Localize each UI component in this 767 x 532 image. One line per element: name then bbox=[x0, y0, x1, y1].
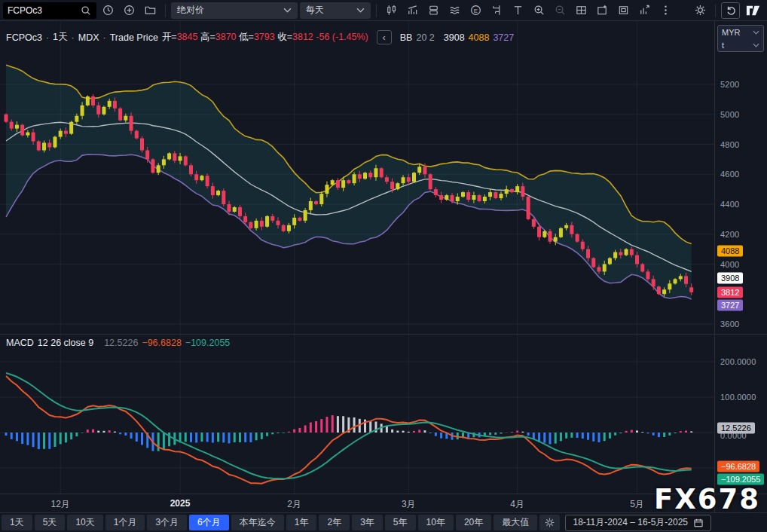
range-button-20年[interactable]: 20年 bbox=[456, 515, 491, 530]
candle-body[interactable] bbox=[353, 174, 356, 183]
candle-body[interactable] bbox=[298, 218, 301, 221]
more-options-button[interactable] bbox=[656, 2, 675, 19]
candle-body[interactable] bbox=[488, 192, 492, 197]
candle-body[interactable] bbox=[625, 249, 628, 255]
candle-body[interactable] bbox=[478, 195, 481, 201]
candle-body[interactable] bbox=[118, 109, 122, 121]
candle-body[interactable] bbox=[145, 150, 149, 159]
multi-layout-button[interactable] bbox=[593, 2, 612, 19]
candle-body[interactable] bbox=[91, 96, 95, 105]
candle-body[interactable] bbox=[581, 242, 585, 249]
candle-body[interactable] bbox=[277, 221, 280, 225]
object-tree-button[interactable] bbox=[424, 2, 443, 19]
range-settings-button[interactable] bbox=[539, 515, 560, 530]
add-symbol-button[interactable] bbox=[120, 2, 139, 19]
candle-body[interactable] bbox=[260, 221, 264, 227]
candle-body[interactable] bbox=[233, 207, 237, 212]
candle-body[interactable] bbox=[358, 174, 362, 179]
candle-body[interactable] bbox=[679, 276, 683, 279]
range-button-5年[interactable]: 5年 bbox=[385, 515, 416, 530]
candle-body[interactable] bbox=[603, 264, 607, 272]
candle-body[interactable] bbox=[363, 173, 367, 179]
tradingview-logo[interactable] bbox=[744, 2, 762, 19]
candle-body[interactable] bbox=[445, 195, 448, 200]
candle-body[interactable] bbox=[407, 177, 411, 182]
range-button-6个月[interactable]: 6个月 bbox=[189, 515, 229, 530]
pane-divider[interactable] bbox=[0, 334, 767, 335]
text-tool-button[interactable] bbox=[509, 2, 527, 19]
candle-body[interactable] bbox=[228, 204, 231, 212]
candle-body[interactable] bbox=[542, 231, 546, 237]
legend-collapse-button[interactable]: ‹ bbox=[377, 30, 392, 44]
candle-body[interactable] bbox=[42, 143, 46, 151]
candle-body[interactable] bbox=[20, 125, 24, 136]
candle-body[interactable] bbox=[591, 258, 595, 268]
candle-body[interactable] bbox=[549, 231, 552, 242]
candle-body[interactable] bbox=[287, 225, 291, 231]
compare-button[interactable] bbox=[445, 2, 464, 19]
candle-body[interactable] bbox=[527, 197, 530, 219]
candle-body[interactable] bbox=[47, 143, 51, 148]
candle-body[interactable] bbox=[189, 165, 193, 174]
candle-body[interactable] bbox=[336, 180, 340, 188]
candle-body[interactable] bbox=[640, 264, 644, 272]
range-button-3年[interactable]: 3年 bbox=[352, 515, 383, 530]
candle-body[interactable] bbox=[668, 283, 671, 289]
candle-body[interactable] bbox=[314, 201, 318, 204]
candle-body[interactable] bbox=[130, 116, 133, 131]
candle-body[interactable] bbox=[135, 131, 139, 139]
date-range-picker[interactable]: 18-11月-2024 – 16-5月-2025 bbox=[565, 515, 711, 531]
range-button-最大值[interactable]: 最大值 bbox=[494, 515, 537, 530]
candle-body[interactable] bbox=[69, 122, 73, 134]
candle-body[interactable] bbox=[439, 195, 443, 200]
candle-body[interactable] bbox=[635, 255, 639, 264]
candle-body[interactable] bbox=[674, 279, 677, 283]
candle-body[interactable] bbox=[429, 174, 432, 189]
candle-body[interactable] bbox=[505, 189, 509, 194]
candle-body[interactable] bbox=[15, 125, 19, 129]
candle-body[interactable] bbox=[451, 195, 454, 201]
legend-symbol[interactable]: FCPOc3 bbox=[6, 32, 42, 43]
chart-style-button[interactable] bbox=[382, 2, 401, 19]
macd-legend-name[interactable]: MACD bbox=[6, 338, 34, 348]
candle-body[interactable] bbox=[53, 137, 57, 148]
price-and-macd-chart[interactable] bbox=[0, 21, 714, 494]
candle-body[interactable] bbox=[173, 153, 176, 161]
range-button-本年迄今[interactable]: 本年迄今 bbox=[231, 515, 284, 530]
table-view-button[interactable] bbox=[572, 2, 591, 19]
range-button-10天[interactable]: 10天 bbox=[67, 515, 102, 530]
candle-body[interactable] bbox=[304, 210, 307, 221]
candle-body[interactable] bbox=[282, 225, 286, 231]
candle-body[interactable] bbox=[10, 122, 14, 129]
candle-body[interactable] bbox=[417, 167, 421, 173]
candle-body[interactable] bbox=[331, 180, 335, 185]
candle-body[interactable] bbox=[434, 189, 438, 195]
candle-body[interactable] bbox=[423, 167, 426, 174]
candle-body[interactable] bbox=[96, 105, 100, 115]
candle-body[interactable] bbox=[657, 286, 661, 294]
candle-body[interactable] bbox=[184, 156, 188, 165]
chart-canvas-area[interactable]: FCPOc3 · 1天 · MDX · Trade Price 开=3845 高… bbox=[0, 21, 714, 494]
candle-body[interactable] bbox=[412, 173, 416, 182]
candle-body[interactable] bbox=[325, 185, 328, 194]
candle-body[interactable] bbox=[319, 194, 323, 204]
candle-body[interactable] bbox=[586, 249, 590, 258]
symbol-search-box[interactable]: FCPOc3 bbox=[3, 2, 96, 19]
range-button-2年[interactable]: 2年 bbox=[319, 515, 350, 530]
candle-body[interactable] bbox=[689, 287, 693, 292]
range-button-1年[interactable]: 1年 bbox=[286, 515, 317, 530]
candle-body[interactable] bbox=[243, 216, 247, 222]
range-button-3个月[interactable]: 3个月 bbox=[147, 515, 187, 530]
candle-body[interactable] bbox=[385, 177, 389, 182]
candle-body[interactable] bbox=[402, 177, 405, 183]
candle-body[interactable] bbox=[466, 192, 470, 200]
candle-body[interactable] bbox=[124, 116, 127, 121]
candle-body[interactable] bbox=[81, 105, 84, 116]
zoom-in-button[interactable] bbox=[530, 2, 549, 19]
zoom-out-button[interactable] bbox=[551, 2, 570, 19]
candle-body[interactable] bbox=[396, 183, 399, 189]
price-mode-dropdown[interactable]: 绝对价 bbox=[171, 2, 298, 19]
candle-body[interactable] bbox=[608, 258, 612, 264]
candle-body[interactable] bbox=[255, 221, 258, 228]
candle-body[interactable] bbox=[390, 182, 394, 189]
